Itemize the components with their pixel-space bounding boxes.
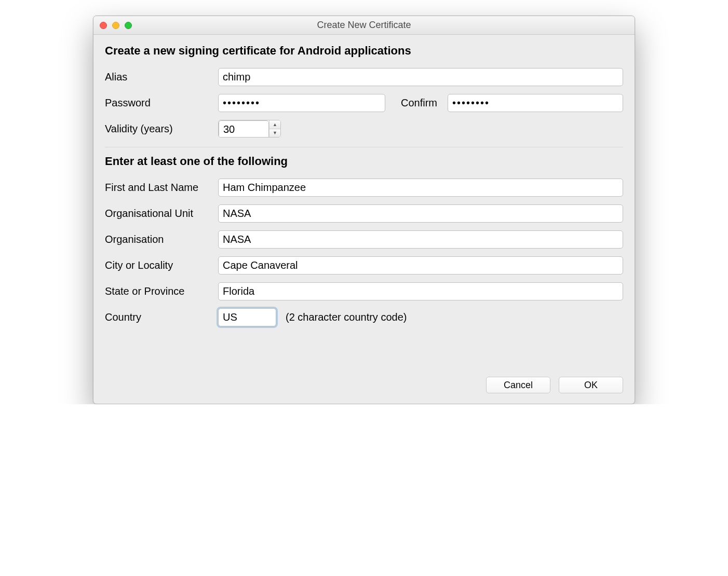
titlebar: Create New Certificate bbox=[93, 16, 635, 35]
state-input[interactable] bbox=[218, 282, 623, 300]
city-input[interactable] bbox=[218, 256, 623, 275]
alias-input[interactable] bbox=[218, 68, 623, 86]
validity-label: Validity (years) bbox=[105, 123, 218, 135]
section1-heading: Create a new signing certificate for And… bbox=[105, 44, 623, 58]
validity-step-down[interactable]: ▼ bbox=[269, 129, 280, 138]
button-bar: Cancel OK bbox=[105, 330, 623, 393]
country-hint: (2 character country code) bbox=[282, 311, 407, 323]
orgunit-label: Organisational Unit bbox=[105, 208, 218, 220]
dialog-window: Create New Certificate Create a new sign… bbox=[93, 16, 635, 404]
validity-spinner[interactable]: ▲ ▼ bbox=[218, 120, 281, 138]
name-input[interactable] bbox=[218, 179, 623, 197]
country-input[interactable] bbox=[218, 308, 276, 326]
window-title: Create New Certificate bbox=[93, 20, 635, 31]
password-label: Password bbox=[105, 97, 218, 109]
state-label: State or Province bbox=[105, 285, 218, 297]
cancel-button[interactable]: Cancel bbox=[486, 377, 550, 393]
orgunit-input[interactable] bbox=[218, 204, 623, 223]
alias-label: Alias bbox=[105, 71, 218, 83]
password-input[interactable] bbox=[218, 94, 385, 112]
org-label: Organisation bbox=[105, 234, 218, 245]
ok-button[interactable]: OK bbox=[559, 377, 623, 393]
city-label: City or Locality bbox=[105, 259, 218, 271]
dialog-content: Create a new signing certificate for And… bbox=[93, 35, 635, 404]
confirm-label: Confirm bbox=[392, 97, 441, 109]
validity-step-up[interactable]: ▲ bbox=[269, 120, 280, 129]
name-label: First and Last Name bbox=[105, 182, 218, 194]
validity-input[interactable] bbox=[219, 120, 269, 138]
confirm-password-input[interactable] bbox=[448, 94, 623, 112]
section2-heading: Enter at least one of the following bbox=[105, 155, 623, 168]
org-input[interactable] bbox=[218, 230, 623, 249]
country-label: Country bbox=[105, 311, 218, 323]
section-divider bbox=[105, 147, 623, 147]
